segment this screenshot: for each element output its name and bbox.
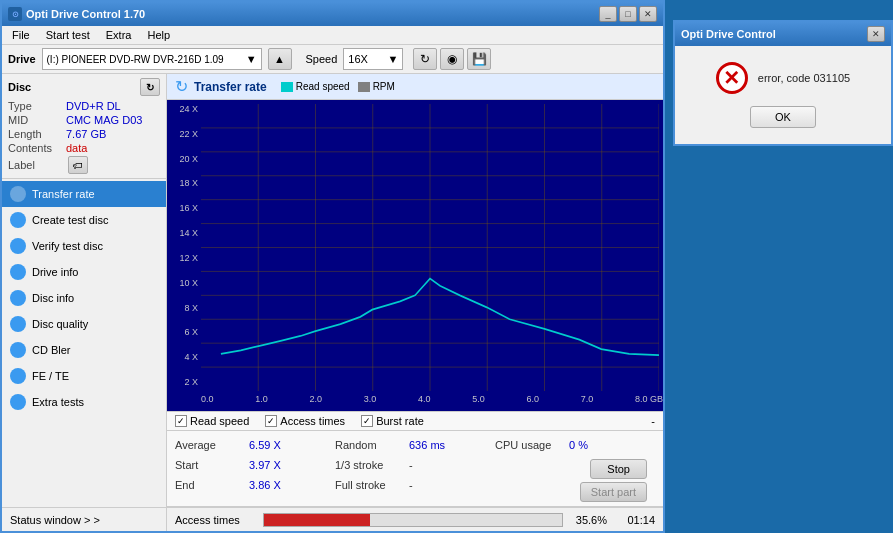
stat-start-label: Start (175, 459, 245, 471)
drive-value: (I:) PIONEER DVD-RW DVR-216D 1.09 (47, 54, 224, 65)
start-part-button[interactable]: Start part (580, 482, 647, 502)
label-icon[interactable]: 🏷 (68, 156, 88, 174)
stat-full-stroke-label: Full stroke (335, 479, 405, 491)
x-label-7: 7.0 (581, 394, 594, 408)
status-window-btn[interactable]: Status window > > (2, 507, 166, 531)
drive-select[interactable]: (I:) PIONEER DVD-RW DVR-216D 1.09 ▼ (42, 48, 262, 70)
x-axis: 0.0 1.0 2.0 3.0 4.0 5.0 6.0 7.0 8.0 GB (201, 391, 663, 411)
stats-col1: Average 6.59 X Start 3.97 X End 3.86 X (175, 435, 335, 502)
disc-info-panel: Disc ↻ Type DVD+R DL MID CMC MAG D03 Len… (2, 74, 166, 179)
stop-button[interactable]: Stop (590, 459, 647, 479)
progress-time: 01:14 (615, 514, 655, 526)
stats-area: Average 6.59 X Start 3.97 X End 3.86 X (167, 431, 663, 507)
checkbox-burst-rate[interactable]: ✓ Burst rate (361, 415, 424, 427)
stat-stroke13-label: 1/3 stroke (335, 459, 405, 471)
nav-drive-info[interactable]: Drive info (2, 259, 166, 285)
transfer-rate-header: ↻ Transfer rate Read speed RPM (167, 74, 663, 100)
title-bar: ⊙ Opti Drive Control 1.70 _ □ ✕ (2, 2, 663, 26)
stat-random-row: Random 636 ms (335, 435, 495, 455)
speed-select[interactable]: 16X ▼ (343, 48, 403, 70)
y-label-22: 22 X (167, 129, 201, 139)
main-panel: ↻ Transfer rate Read speed RPM (167, 74, 663, 531)
checkbox-access-times-label: Access times (280, 415, 345, 427)
disc-mid-row: MID CMC MAG D03 (8, 114, 160, 126)
disc-label-row: Label 🏷 (8, 156, 160, 174)
error-body: ✕ error, code 031105 OK (675, 46, 891, 144)
nav-disc-info[interactable]: Disc info (2, 285, 166, 311)
x-label-5: 5.0 (472, 394, 485, 408)
disc-label-label: Label (8, 159, 66, 171)
disc-type-value: DVD+R DL (66, 100, 121, 112)
legend-rpm: RPM (358, 81, 395, 92)
error-dialog-title-bar: Opti Drive Control ✕ (675, 22, 891, 46)
stat-end-label: End (175, 479, 245, 491)
checkbox-read-speed[interactable]: ✓ Read speed (175, 415, 249, 427)
progress-fill (264, 514, 370, 526)
stats-col2: Random 636 ms 1/3 stroke - Full stroke - (335, 435, 495, 502)
nav-cd-bler[interactable]: CD Bler (2, 337, 166, 363)
nav-icon-fete (10, 368, 26, 384)
disc-refresh-btn[interactable]: ↻ (140, 78, 160, 96)
y-axis: 24 X 22 X 20 X 18 X 16 X 14 X 12 X 10 X … (167, 100, 201, 391)
checkbox-access-times[interactable]: ✓ Access times (265, 415, 345, 427)
y-label-6: 6 X (167, 327, 201, 337)
stat-stroke13-row: 1/3 stroke - (335, 455, 495, 475)
disc-length-value: 7.67 GB (66, 128, 106, 140)
status-window-label: Status window > > (10, 514, 100, 526)
sidebar: Disc ↻ Type DVD+R DL MID CMC MAG D03 Len… (2, 74, 167, 531)
x-label-0: 0.0 (201, 394, 214, 408)
drive-bar: Drive (I:) PIONEER DVD-RW DVR-216D 1.09 … (2, 45, 663, 74)
menu-extra[interactable]: Extra (102, 28, 136, 42)
nav-icon-extra (10, 394, 26, 410)
y-label-16: 16 X (167, 203, 201, 213)
nav-transfer-rate[interactable]: Transfer rate (2, 181, 166, 207)
stat-cpu-label: CPU usage (495, 439, 565, 451)
menu-start-test[interactable]: Start test (42, 28, 94, 42)
progress-track (263, 513, 563, 527)
disc-type-row: Type DVD+R DL (8, 100, 160, 112)
y-label-10: 10 X (167, 278, 201, 288)
stat-average-row: Average 6.59 X (175, 435, 335, 455)
save-icon[interactable]: 💾 (467, 48, 491, 70)
eject-btn[interactable]: ▲ (268, 48, 292, 70)
error-dialog-title: Opti Drive Control (681, 28, 776, 40)
checkbox-access-times-box[interactable]: ✓ (265, 415, 277, 427)
close-btn[interactable]: ✕ (639, 6, 657, 22)
nav-fe-te[interactable]: FE / TE (2, 363, 166, 389)
chart-svg (201, 104, 659, 391)
main-window: ⊙ Opti Drive Control 1.70 _ □ ✕ File Sta… (0, 0, 665, 533)
disc-contents-value: data (66, 142, 87, 154)
restore-btn[interactable]: □ (619, 6, 637, 22)
nav-extra-tests[interactable]: Extra tests (2, 389, 166, 415)
stat-full-stroke-row: Full stroke - (335, 475, 495, 495)
y-label-12: 12 X (167, 253, 201, 263)
legend-rpm-color (358, 82, 370, 92)
y-label-24: 24 X (167, 104, 201, 114)
nav-icon-transfer (10, 186, 26, 202)
nav-icon-create (10, 212, 26, 228)
stat-end-row: End 3.86 X (175, 475, 335, 495)
stat-random-value: 636 ms (409, 439, 459, 451)
disc-mid-value: CMC MAG D03 (66, 114, 142, 126)
nav-create-test-disc[interactable]: Create test disc (2, 207, 166, 233)
nav-icon-drive (10, 264, 26, 280)
disc-contents-row: Contents data (8, 142, 160, 154)
scan-icon[interactable]: ◉ (440, 48, 464, 70)
checkbox-burst-rate-box[interactable]: ✓ (361, 415, 373, 427)
x-label-6: 6.0 (526, 394, 539, 408)
checkbox-read-speed-box[interactable]: ✓ (175, 415, 187, 427)
chart-legend: Read speed RPM (281, 81, 395, 92)
ok-button[interactable]: OK (750, 106, 816, 128)
error-close-btn[interactable]: ✕ (867, 26, 885, 42)
menu-file[interactable]: File (8, 28, 34, 42)
chart-area: 24 X 22 X 20 X 18 X 16 X 14 X 12 X 10 X … (167, 100, 663, 411)
minimize-btn[interactable]: _ (599, 6, 617, 22)
stat-stroke13-value: - (409, 459, 459, 471)
window-title: Opti Drive Control 1.70 (26, 8, 145, 20)
nav-disc-quality[interactable]: Disc quality (2, 311, 166, 337)
speed-label: Speed (306, 53, 338, 65)
nav-verify-test-disc[interactable]: Verify test disc (2, 233, 166, 259)
refresh-icon[interactable]: ↻ (413, 48, 437, 70)
x-label-8: 8.0 GB (635, 394, 663, 408)
menu-help[interactable]: Help (143, 28, 174, 42)
